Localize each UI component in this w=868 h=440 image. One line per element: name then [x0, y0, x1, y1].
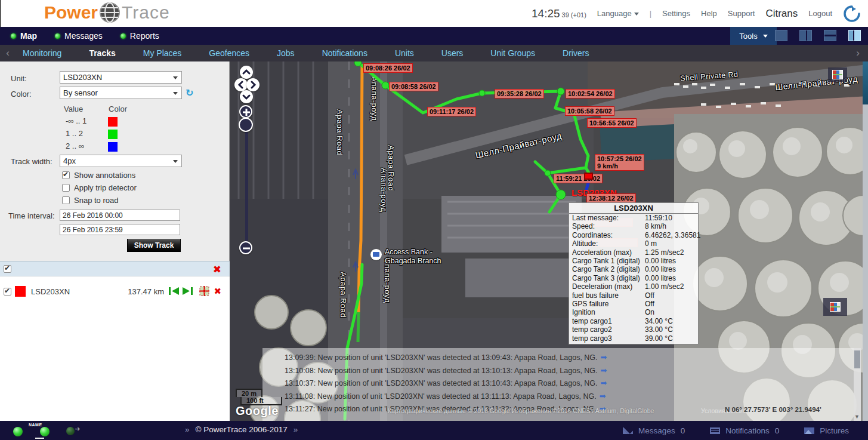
subnav-item-unit-groups[interactable]: Unit Groups [490, 48, 535, 58]
subnav-item-units[interactable]: Units [395, 48, 414, 58]
checkbox[interactable] [62, 184, 70, 192]
logout-link[interactable]: Logout [808, 9, 832, 18]
track-list-header: ✖ [0, 261, 230, 276]
zoom-in-button[interactable] [239, 105, 252, 118]
checkbox[interactable] [62, 171, 70, 179]
log-goto-arrow-icon[interactable]: ➡ [600, 392, 606, 401]
scale-meters: 20 m [236, 389, 262, 397]
pan-up-button[interactable] [240, 66, 253, 79]
tooltip-row: Speed:8 km/h [569, 222, 698, 230]
nav-tab-reports[interactable]: Reports [121, 31, 159, 41]
footer-notifications[interactable]: Notifications0 [710, 426, 779, 435]
subnav-item-jobs[interactable]: Jobs [277, 48, 295, 58]
tools-menu[interactable]: Tools [730, 27, 777, 45]
tooltip-row: temp cargo233.00 °C [569, 325, 698, 334]
map-attribution: Картографические данные © 2016 Google Из… [388, 407, 654, 414]
time-to-input[interactable] [60, 224, 180, 235]
track-width-select[interactable]: 4px [60, 155, 182, 167]
remove-all-tracks-icon[interactable]: ✖ [213, 263, 221, 276]
language-menu[interactable]: Language [597, 9, 639, 18]
main-nav: MapMessagesReports Tools [0, 27, 868, 45]
subnav-item-users[interactable]: Users [441, 48, 464, 58]
select-all-checkbox[interactable] [4, 265, 11, 273]
layout-split-vertical-icon[interactable] [799, 30, 812, 41]
checkbox[interactable] [62, 196, 70, 204]
log-scrollbar[interactable]: ▼ [854, 348, 861, 421]
brand-trace-text: Trace [122, 2, 170, 23]
footer-name-label: NAME [29, 423, 42, 427]
track-annotation: 11:59:21 26/02 [554, 174, 603, 183]
option-apply-trip-detector[interactable]: Apply trip detector [62, 183, 137, 192]
map-layers-icon[interactable] [828, 67, 847, 82]
log-goto-arrow-icon[interactable]: ➡ [601, 379, 607, 387]
option-snap-to-road[interactable]: Snap to road [62, 196, 118, 205]
subnav-item-geofences[interactable]: Geofences [209, 48, 249, 58]
pan-down-button[interactable] [240, 90, 253, 103]
subnav-item-drivers[interactable]: Drivers [563, 48, 589, 58]
range-color-swatch [108, 117, 118, 127]
zoom-slider-knob[interactable] [239, 118, 253, 132]
subnav-scroll-right-icon[interactable]: › [850, 47, 866, 59]
caret-down-icon [763, 35, 768, 38]
google-logo: Google [236, 404, 282, 418]
layout-sidebar-map-icon[interactable] [848, 30, 861, 41]
log-goto-arrow-icon[interactable]: ➡ [601, 366, 607, 375]
footer-bar: NAME ➜ »© PowerTrace 2006-2017» Messages… [0, 421, 868, 440]
focus-track-icon[interactable] [199, 286, 209, 296]
chevron-right-icon[interactable]: » [185, 425, 190, 434]
subnav-item-notifications[interactable]: Notifications [322, 48, 367, 58]
status-led-icon [13, 427, 23, 436]
remove-track-icon[interactable]: ✖ [214, 286, 221, 297]
clock-time: 14:25 [532, 7, 560, 20]
subnav-item-my-places[interactable]: My Places [143, 48, 182, 58]
track-distance: 137.47 km [104, 287, 164, 296]
settings-link[interactable]: Settings [662, 9, 690, 18]
chevron-right-icon[interactable]: » [294, 425, 298, 434]
account-name[interactable]: Citrans [765, 8, 798, 20]
zoom-out-button[interactable] [239, 241, 252, 254]
tooltip-row: Cargo Tank 2 (digital)0.00 litres [569, 265, 698, 273]
range-color-swatch [108, 130, 118, 139]
track-visible-checkbox[interactable] [4, 288, 11, 296]
map-canvas[interactable]: Shell Private Rd Шелл-Прайват-роуд Шелл-… [230, 61, 868, 421]
bank-poi-icon [370, 249, 382, 260]
log-scrollbar-thumb[interactable] [854, 350, 860, 368]
checkbox-label: Apply trip detector [74, 183, 137, 192]
bank-poi-label: Access Bank -Gbagada Branch [385, 248, 441, 266]
mini-map-icon[interactable] [823, 298, 847, 316]
track-row: LSD203XN 137.47 km ✖ [0, 284, 230, 301]
track-annotation: 10:02:54 26/02 [566, 89, 615, 99]
pan-left-button[interactable] [234, 78, 248, 91]
show-track-button[interactable]: Show Track [127, 239, 181, 252]
unit-position-marker[interactable] [584, 173, 593, 180]
pan-right-button[interactable] [246, 78, 260, 91]
nav-tab-map[interactable]: Map [11, 31, 37, 41]
go-to-track-end-icon[interactable] [183, 287, 193, 296]
header-separator: | [650, 9, 651, 18]
tooltip-row: Cargo Tank 1 (digital)0.00 litres [569, 257, 698, 265]
footer-pictures[interactable]: Pictures [804, 426, 849, 435]
unit-select[interactable]: LSD203XN [60, 71, 182, 84]
subnav-item-monitoring[interactable]: Monitoring [23, 48, 61, 58]
color-select[interactable]: By sensor [60, 87, 182, 99]
zoom-slider-track[interactable] [245, 118, 248, 251]
time-from-input[interactable] [60, 210, 180, 221]
tooltip-row: temp cargo134.00 °C [569, 317, 698, 325]
log-goto-arrow-icon[interactable]: ➡ [601, 353, 607, 362]
right-edge-panel [863, 61, 868, 421]
nav-tab-messages[interactable]: Messages [55, 31, 103, 41]
refresh-icon[interactable]: ↻ [186, 87, 193, 99]
subnav-scroll-left-icon[interactable]: ‹ [0, 47, 16, 59]
tooltip-row: IgnitionOn [569, 308, 698, 316]
layout-split-horizontal-icon[interactable] [824, 30, 836, 41]
globe-icon [99, 1, 121, 24]
subnav-item-tracks[interactable]: Tracks [89, 48, 115, 58]
footer-messages[interactable]: Messages0 [623, 426, 685, 435]
log-scroll-down-icon[interactable]: ▼ [854, 414, 860, 420]
option-show-annotations[interactable]: Show annotations [62, 171, 135, 180]
caret-down-icon [634, 13, 639, 16]
go-to-track-start-icon[interactable] [169, 287, 179, 296]
layout-single-icon[interactable] [775, 30, 787, 41]
support-link[interactable]: Support [728, 9, 755, 18]
help-link[interactable]: Help [701, 9, 717, 18]
